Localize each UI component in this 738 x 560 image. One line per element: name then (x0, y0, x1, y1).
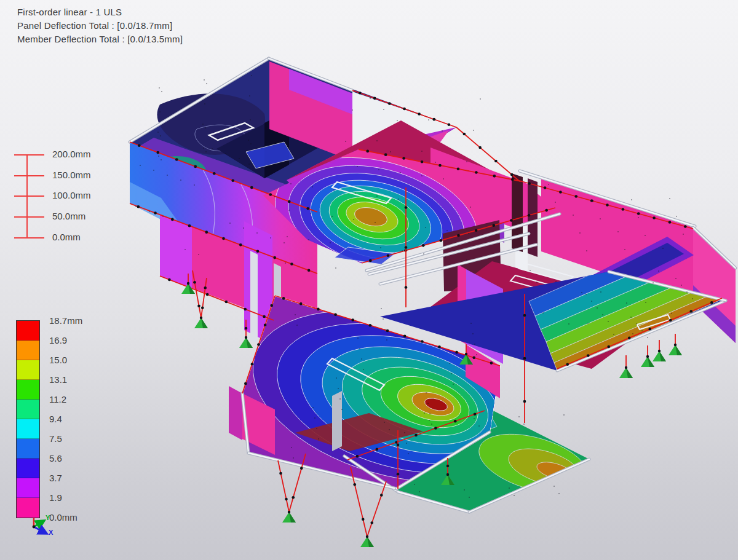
legend-boundary-label: 18.7mm (49, 315, 82, 326)
scale-bar-label: 0.0mm (52, 232, 81, 242)
legend-color-band (17, 439, 39, 459)
legend-color-band (17, 419, 39, 439)
y-axis-arrow (34, 521, 43, 527)
y-axis-label: Y (46, 514, 50, 521)
legend-color-band (17, 341, 39, 360)
legend-boundary-label: 5.6 (49, 453, 62, 463)
legend-color-band (17, 321, 39, 341)
scale-bar-tick (14, 195, 44, 197)
scale-bar-label: 50.0mm (52, 211, 85, 221)
legend-boundary-label: 1.9 (49, 492, 62, 503)
legend-boundary-label: 15.0 (49, 355, 67, 365)
legend-boundary-label: 3.7 (49, 473, 62, 483)
legend-boundary-label: 11.2 (49, 394, 66, 404)
scale-bar-tick (14, 175, 44, 176)
load-case-title: First-order linear - 1 ULS (17, 6, 183, 19)
legend-boundary-label: 13.1 (49, 374, 67, 385)
legend-color-band (17, 360, 39, 380)
scale-bar-label: 100.0mm (52, 190, 91, 200)
panel-deflection-range: Panel Deflection Total : [0.0/18.7mm] (17, 19, 183, 33)
scale-bar-tick (14, 154, 44, 156)
triad-origin-node (33, 526, 36, 529)
scale-bar-label: 150.0mm (52, 170, 91, 180)
scale-bar-tick (14, 216, 44, 218)
legend-color-band (17, 380, 39, 400)
scale-bar-tick (14, 237, 44, 239)
legend-boundary-label: 16.9 (49, 335, 67, 345)
legend-color-band (17, 459, 39, 478)
legend-boundary-label: 9.4 (49, 414, 62, 424)
scale-bar-label: 200.0mm (52, 149, 91, 159)
x-axis-arrow (34, 527, 46, 533)
x-axis-label: X (49, 529, 54, 536)
legend-boundary-label: 7.5 (49, 433, 62, 444)
deflection-scale-bar: 200.0mm150.0mm100.0mm50.0mm0.0mm (14, 150, 125, 248)
legend-color-ramp (16, 320, 40, 518)
legend-color-band (17, 478, 39, 498)
fea-result-viewport[interactable]: First-order linear - 1 ULS Panel Deflect… (0, 0, 738, 560)
legend-color-band (17, 400, 39, 419)
axis-triad: Y X (23, 509, 73, 552)
member-deflection-range: Member Deflection Total : [0.0/13.5mm] (17, 33, 183, 46)
deflection-color-legend: 18.7mm16.915.013.111.29.47.55.63.71.90.0… (16, 320, 121, 529)
result-title-block: First-order linear - 1 ULS Panel Deflect… (17, 6, 183, 46)
